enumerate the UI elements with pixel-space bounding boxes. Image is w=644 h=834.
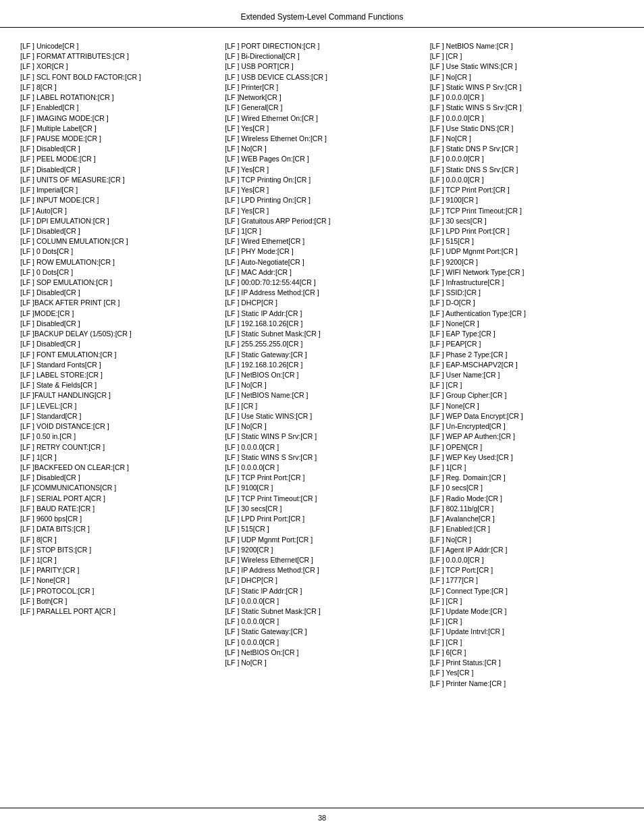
list-item: [LF ] Static WINS S Srv:[CR ] (225, 452, 419, 463)
list-item: [LF ] 0 secs[CR ] (430, 483, 624, 493)
list-item: [LF ] 9600 bps[CR ] (20, 514, 214, 524)
list-item: [LF ] Both[CR ] (20, 596, 214, 606)
list-item: [LF ] No[CR ] (225, 421, 419, 432)
column-3: [LF ] NetBIOS Name:[CR ][LF ] [CR ][LF ]… (425, 41, 624, 689)
list-item: [LF ] Disabled[CR ] (20, 319, 214, 329)
list-item: [LF ] Yes[CR ] (225, 165, 419, 175)
list-item: [LF ] 1[CR ] (20, 555, 214, 565)
list-item: [LF ] SERIAL PORT A[CR ] (20, 494, 214, 504)
list-item: [LF ] None[CR ] (430, 401, 624, 411)
list-item: [LF ] Static Subnet Mask:[CR ] (225, 606, 419, 617)
list-item: [LF ] IP Address Method:[CR ] (225, 565, 419, 575)
list-item: [LF ] Auto[CR ] (20, 206, 214, 216)
list-item: [LF ] Disabled[CR ] (20, 473, 214, 483)
list-item: [LF ] PORT DIRECTION:[CR ] (225, 41, 419, 51)
list-item: [LF ] 1[CR ] (430, 463, 624, 473)
list-item: [LF ] 0.0.0.0[CR ] (430, 113, 624, 124)
list-item: [LF ] 9100[CR ] (225, 483, 419, 493)
list-item: [LF ] [CR ] (430, 617, 624, 627)
list-item: [LF ] Static WINS P Srv:[CR ] (430, 82, 624, 93)
list-item: [LF ] Static IP Addr:[CR ] (225, 586, 419, 596)
list-item: [LF ] FORMAT ATTRIBUTES:[CR ] (20, 51, 214, 61)
list-item: [LF ] User Name:[CR ] (430, 370, 624, 380)
list-item: [LF ] No[CR ] (430, 72, 624, 82)
list-item: [LF ] PROTOCOL:[CR ] (20, 586, 214, 596)
header-title: Extended System-Level Command Functions (241, 12, 404, 22)
list-item: [LF ] 192.168.10.26[CR ] (225, 360, 419, 370)
list-item: [LF ] Static WINS P Srv:[CR ] (225, 432, 419, 442)
list-item: [LF ] [CR ] (430, 637, 624, 648)
list-item: [LF ] Bi-Directional[CR ] (225, 51, 419, 61)
list-item: [LF ] LPD Print Port:[CR ] (430, 226, 624, 236)
list-item: [LF ] Un-Encrypted[CR ] (430, 421, 624, 432)
list-item: [LF ] MAC Addr:[CR ] (225, 267, 419, 278)
column-2: [LF ] PORT DIRECTION:[CR ][LF ] Bi-Direc… (219, 41, 424, 689)
list-item: [LF ] Wireless Ethernet On:[CR ] (225, 134, 419, 144)
list-item: [LF ] WEB Pages On:[CR ] (225, 154, 419, 164)
list-item: [LF ] UDP Mgnmt Port:[CR ] (430, 246, 624, 257)
list-item: [LF ] Disabled[CR ] (20, 144, 214, 154)
list-item: [LF ] Static IP Addr:[CR ] (225, 309, 419, 319)
list-item: [LF ] Yes[CR ] (225, 206, 419, 216)
list-item: [LF ] Wired Ethernet On:[CR ] (225, 113, 419, 124)
list-item: [LF ] USB DEVICE CLASS:[CR ] (225, 72, 419, 82)
list-item: [LF ] Disabled[CR ] (20, 288, 214, 298)
list-item: [LF ] Wired Ethernet[CR ] (225, 236, 419, 246)
list-item: [LF ] BAUD RATE:[CR ] (20, 504, 214, 514)
list-item: [LF ] 9200[CR ] (430, 257, 624, 267)
list-item: [LF ] FONT EMULATION:[CR ] (20, 350, 214, 360)
list-item: [LF ] No[CR ] (225, 380, 419, 390)
list-item: [LF ]Network[CR ] (225, 93, 419, 103)
list-item: [LF ] 0.0.0.0[CR ] (430, 175, 624, 185)
list-item: [LF ]COMMUNICATIONS[CR ] (20, 483, 214, 493)
list-item: [LF ] WEP Data Encrypt:[CR ] (430, 411, 624, 421)
list-item: [LF ] WEP Key Used:[CR ] (430, 452, 624, 463)
list-item: [LF ] Wireless Ethernet[CR ] (225, 555, 419, 565)
list-item: [LF ] 6[CR ] (430, 648, 624, 658)
list-item: [LF ] Yes[CR ] (225, 185, 419, 195)
list-item: [LF ] WIFI Network Type:[CR ] (430, 267, 624, 278)
list-item: [LF ] 192.168.10.26[CR ] (225, 319, 419, 329)
list-item: [LF ] Printer[CR ] (225, 82, 419, 93)
list-item: [LF ] SOP EMULATION:[CR ] (20, 278, 214, 288)
list-item: [LF ] Update Mode:[CR ] (430, 606, 624, 617)
list-item: [LF ] Reg. Domain:[CR ] (430, 473, 624, 483)
list-item: [LF ] Disabled[CR ] (20, 226, 214, 236)
list-item: [LF ] TCP Print Timeout:[CR ] (430, 206, 624, 216)
list-item: [LF ] Use Static DNS:[CR ] (430, 124, 624, 134)
list-item: [LF ] Standard Fonts[CR ] (20, 360, 214, 370)
list-item: [LF ] OPEN[CR ] (430, 442, 624, 452)
list-item: [LF ] Multiple Label[CR ] (20, 124, 214, 134)
list-item: [LF ] UDP Mgnmt Port:[CR ] (225, 535, 419, 545)
list-item: [LF ]BACKFEED ON CLEAR:[CR ] (20, 463, 214, 473)
list-item: [LF ] [CR ] (225, 401, 419, 411)
list-item: [LF ] Static Gateway:[CR ] (225, 627, 419, 637)
list-item: [LF ] Authentication Type:[CR ] (430, 309, 624, 319)
list-item: [LF ]BACKUP DELAY (1/50S):[CR ] (20, 329, 214, 339)
column-1: [LF ] Unicode[CR ][LF ] FORMAT ATTRIBUTE… (20, 41, 219, 689)
list-item: [LF ] No[CR ] (225, 658, 419, 668)
page: Extended System-Level Command Functions … (0, 0, 644, 834)
list-item: [LF ] TCP Printing On:[CR ] (225, 175, 419, 185)
list-item: [LF ] PARITY:[CR ] (20, 565, 214, 575)
list-item: [LF ] None[CR ] (20, 575, 214, 585)
list-item: [LF ] No[CR ] (430, 535, 624, 545)
list-item: [LF ] [CR ] (430, 51, 624, 61)
list-item: [LF ] Static WINS S Srv:[CR ] (430, 103, 624, 113)
list-item: [LF ] UNITS OF MEASURE:[CR ] (20, 175, 214, 185)
list-item: [LF ] 0.0.0.0[CR ] (225, 442, 419, 452)
list-item: [LF ] D-O[CR ] (430, 298, 624, 308)
list-item: [LF ] TCP Print Port:[CR ] (225, 473, 419, 483)
list-item: [LF ] USB PORT[CR ] (225, 61, 419, 72)
list-item: [LF ] LPD Printing On:[CR ] (225, 195, 419, 205)
list-item: [LF ] 9200[CR ] (225, 545, 419, 555)
list-item: [LF ] NetBIOS On:[CR ] (225, 370, 419, 380)
list-item: [LF ] Avalanche[CR ] (430, 514, 624, 524)
list-item: [LF ] ROW EMULATION:[CR ] (20, 257, 214, 267)
list-item: [LF ] DHCP[CR ] (225, 575, 419, 585)
list-item: [LF ] LABEL ROTATION:[CR ] (20, 93, 214, 103)
list-item: [LF ] DATA BITS:[CR ] (20, 524, 214, 534)
list-item: [LF ] LABEL STORE:[CR ] (20, 370, 214, 380)
list-item: [LF ] Connect Type:[CR ] (430, 586, 624, 596)
list-item: [LF ] 0.0.0.0[CR ] (225, 463, 419, 473)
